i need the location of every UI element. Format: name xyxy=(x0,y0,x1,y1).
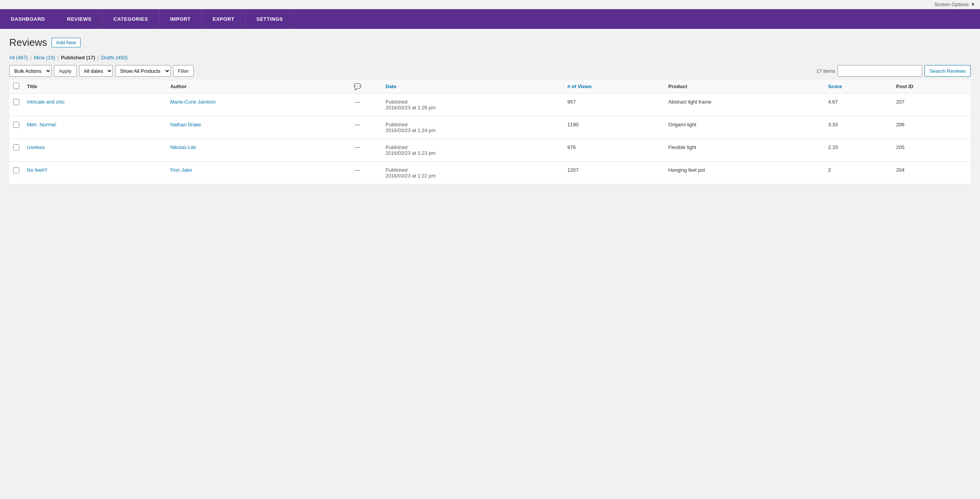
post-id-column-header: Post ID xyxy=(892,80,971,94)
date-status: Published xyxy=(386,144,408,150)
search-reviews-button[interactable]: Search Reviews xyxy=(925,65,971,77)
table-body: Intricate and chicMarie-Curie Jambon—Pub… xyxy=(9,94,971,184)
date-column-header[interactable]: Date xyxy=(382,80,564,94)
top-bar: Screen Options ▼ xyxy=(0,0,980,9)
row-date-cell: Published2016/03/23 at 1:22 pm xyxy=(382,162,564,184)
row-author-link[interactable]: Nikolas Lite xyxy=(170,144,196,150)
items-count: 17 items xyxy=(816,68,835,74)
page-title: Reviews xyxy=(9,37,47,49)
views-column-header[interactable]: # of Views xyxy=(564,80,665,94)
row-checkbox[interactable] xyxy=(13,99,19,105)
table-row: UselessNikolas Lite—Published2016/03/23 … xyxy=(9,139,971,162)
author-column-header: Author xyxy=(166,80,333,94)
date-status: Published xyxy=(386,122,408,127)
row-checkbox-cell xyxy=(9,162,23,184)
row-author-link[interactable]: Finn Jake xyxy=(170,167,192,173)
table-row: No feet!!!Finn Jake—Published2016/03/23 … xyxy=(9,162,971,184)
reviews-table: Title Author 💬 Date # of Views Product S… xyxy=(9,80,971,184)
row-product-cell: Flexible light xyxy=(665,139,824,162)
filter-link-drafts[interactable]: Drafts (450) xyxy=(101,55,128,60)
date-status: Published xyxy=(386,167,408,173)
row-author-cell: Marie-Curie Jambon xyxy=(166,94,333,116)
row-date-cell: Published2016/03/23 at 1:23 pm xyxy=(382,139,564,162)
row-author-link[interactable]: Marie-Curie Jambon xyxy=(170,99,216,105)
date-value: 2016/03/23 at 1:26 pm xyxy=(386,105,436,111)
date-value: 2016/03/23 at 1:23 pm xyxy=(386,150,436,156)
score-column-header[interactable]: Score xyxy=(824,80,893,94)
row-date-cell: Published2016/03/23 at 1:24 pm xyxy=(382,116,564,139)
row-title-link[interactable]: Useless xyxy=(27,144,45,150)
row-post-id-cell: 205 xyxy=(892,139,971,162)
row-score-cell: 4.67 xyxy=(824,94,893,116)
select-all-header xyxy=(9,80,23,94)
filter-links: All (467)|Mine (23)|Published (17)|Draft… xyxy=(9,55,971,60)
select-all-checkbox[interactable] xyxy=(13,83,19,89)
row-views-cell: 1190 xyxy=(564,116,665,139)
row-checkbox-cell xyxy=(9,116,23,139)
nav-item-categories[interactable]: CATEGORIES xyxy=(102,9,159,29)
filter-separator: | xyxy=(30,55,31,60)
page-title-area: Reviews Add New xyxy=(9,37,971,49)
row-title-cell: Useless xyxy=(23,139,166,162)
row-checkbox[interactable] xyxy=(13,122,19,128)
filter-link-all[interactable]: All (467) xyxy=(9,55,28,60)
row-title-link[interactable]: Meh. Normal. xyxy=(27,122,57,127)
row-views-cell: 1207 xyxy=(564,162,665,184)
dates-filter-select[interactable]: All dates xyxy=(79,65,113,77)
screen-options-label: Screen Options xyxy=(935,2,969,7)
row-author-link[interactable]: Nathan Drake xyxy=(170,122,201,127)
comment-icon: 💬 xyxy=(354,83,361,90)
row-title-link[interactable]: No feet!!! xyxy=(27,167,47,173)
table-row: Meh. Normal.Nathan Drake—Published2016/0… xyxy=(9,116,971,139)
search-input[interactable] xyxy=(837,65,922,77)
filter-link-published[interactable]: Published (17) xyxy=(61,55,95,60)
toolbar-right: 17 items Search Reviews xyxy=(816,65,971,77)
row-title-link[interactable]: Intricate and chic xyxy=(27,99,65,105)
row-product-cell: Hanging feet pot xyxy=(665,162,824,184)
row-score-cell: 2 xyxy=(824,162,893,184)
main-content: Reviews Add New All (467)|Mine (23)|Publ… xyxy=(0,29,980,192)
table-row: Intricate and chicMarie-Curie Jambon—Pub… xyxy=(9,94,971,116)
row-author-cell: Nathan Drake xyxy=(166,116,333,139)
product-column-header: Product xyxy=(665,80,824,94)
row-checkbox[interactable] xyxy=(13,144,19,151)
bulk-actions-select[interactable]: Bulk Actions xyxy=(9,65,52,77)
filter-link-mine[interactable]: Mine (23) xyxy=(34,55,55,60)
row-checkbox-cell xyxy=(9,139,23,162)
nav-item-export[interactable]: EXPORT xyxy=(202,9,245,29)
toolbar: Bulk Actions Apply All dates Show All Pr… xyxy=(9,65,971,77)
row-post-id-cell: 204 xyxy=(892,162,971,184)
screen-options-button[interactable]: Screen Options ▼ xyxy=(935,2,975,7)
row-date-cell: Published2016/03/23 at 1:26 pm xyxy=(382,94,564,116)
date-value: 2016/03/23 at 1:24 pm xyxy=(386,127,436,133)
row-product-cell: Abstract light frame xyxy=(665,94,824,116)
apply-button[interactable]: Apply xyxy=(54,65,77,77)
nav-item-import[interactable]: IMPORT xyxy=(159,9,202,29)
nav-item-dashboard[interactable]: DASHBOARD xyxy=(0,9,56,29)
title-column-header: Title xyxy=(23,80,166,94)
row-title-cell: Meh. Normal. xyxy=(23,116,166,139)
row-views-cell: 976 xyxy=(564,139,665,162)
add-new-button[interactable]: Add New xyxy=(52,38,81,47)
toolbar-left: Bulk Actions Apply All dates Show All Pr… xyxy=(9,65,194,77)
chevron-down-icon: ▼ xyxy=(970,2,975,7)
comment-column-header: 💬 xyxy=(333,80,382,94)
filter-button[interactable]: Filter xyxy=(173,65,194,77)
row-title-cell: Intricate and chic xyxy=(23,94,166,116)
row-score-cell: 2.33 xyxy=(824,139,893,162)
row-checkbox-cell xyxy=(9,94,23,116)
row-checkbox[interactable] xyxy=(13,167,19,173)
nav-item-reviews[interactable]: REVIEWS xyxy=(56,9,102,29)
products-filter-select[interactable]: Show All Products xyxy=(115,65,171,77)
nav-item-settings[interactable]: SETTINGS xyxy=(246,9,294,29)
row-comment-cell: — xyxy=(333,162,382,184)
row-views-cell: 957 xyxy=(564,94,665,116)
date-status: Published xyxy=(386,99,408,105)
filter-separator: | xyxy=(97,55,99,60)
table-header: Title Author 💬 Date # of Views Product S… xyxy=(9,80,971,94)
filter-link-active-label: Published (17) xyxy=(61,55,95,60)
row-author-cell: Nikolas Lite xyxy=(166,139,333,162)
row-post-id-cell: 206 xyxy=(892,116,971,139)
row-comment-cell: — xyxy=(333,139,382,162)
main-nav: DASHBOARDREVIEWSCATEGORIESIMPORTEXPORTSE… xyxy=(0,9,980,29)
